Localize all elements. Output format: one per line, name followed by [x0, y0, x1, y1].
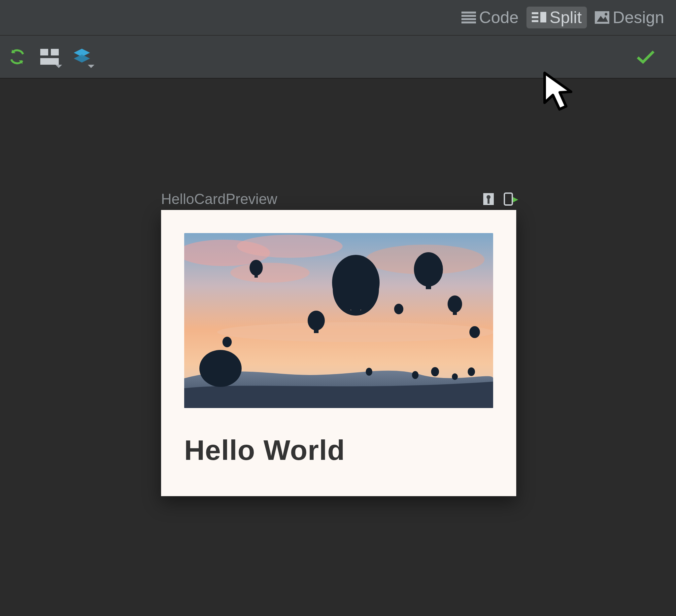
preview-block: HelloCardPreview — [161, 191, 516, 496]
svg-rect-29 — [351, 308, 360, 314]
hamburger-lines-icon — [461, 11, 476, 24]
svg-point-43 — [200, 350, 242, 387]
svg-marker-15 — [74, 54, 90, 63]
chevron-down-icon — [88, 65, 95, 68]
svg-point-10 — [605, 13, 607, 15]
svg-point-32 — [414, 252, 443, 287]
image-mountain-icon — [595, 11, 609, 24]
svg-rect-13 — [40, 58, 59, 65]
preview-card[interactable]: Hello World — [161, 210, 516, 496]
preview-header: HelloCardPreview — [161, 191, 516, 207]
svg-point-39 — [448, 295, 462, 313]
tab-split[interactable]: Split — [526, 7, 587, 29]
svg-point-46 — [431, 367, 439, 376]
layout-panels-icon[interactable] — [40, 48, 59, 66]
svg-rect-37 — [314, 330, 319, 333]
tab-code-label: Code — [479, 9, 519, 26]
tab-design-label: Design — [613, 9, 664, 26]
preview-title: HelloCardPreview — [161, 191, 482, 207]
svg-point-48 — [468, 368, 475, 376]
svg-rect-20 — [504, 193, 512, 205]
check-icon[interactable] — [636, 48, 655, 66]
svg-point-41 — [469, 326, 480, 338]
svg-rect-19 — [488, 199, 490, 204]
svg-rect-40 — [453, 312, 457, 315]
svg-point-38 — [394, 304, 403, 314]
svg-point-28 — [332, 255, 380, 310]
svg-point-45 — [412, 371, 418, 379]
svg-rect-11 — [40, 49, 48, 55]
svg-rect-7 — [540, 12, 546, 22]
svg-point-24 — [237, 235, 343, 258]
svg-point-25 — [230, 263, 309, 283]
svg-point-34 — [249, 260, 263, 276]
card-image — [184, 233, 493, 408]
split-pane-icon — [532, 11, 546, 24]
svg-point-42 — [222, 337, 232, 347]
svg-point-27 — [217, 322, 493, 342]
svg-rect-35 — [255, 275, 258, 278]
tab-split-label: Split — [550, 9, 581, 26]
stack-icon[interactable] — [73, 48, 91, 66]
svg-point-36 — [307, 311, 325, 330]
view-mode-tab-bar: Code Split Design — [0, 0, 676, 36]
svg-point-47 — [452, 373, 458, 380]
deploy-preview-icon[interactable] — [503, 192, 516, 206]
tab-code[interactable]: Code — [456, 7, 524, 29]
chevron-down-icon — [55, 65, 62, 68]
interactive-mode-icon[interactable] — [482, 192, 495, 206]
tab-design[interactable]: Design — [589, 7, 669, 29]
svg-point-44 — [366, 368, 372, 376]
design-surface[interactable]: HelloCardPreview — [0, 78, 676, 616]
svg-rect-12 — [51, 49, 59, 55]
refresh-icon[interactable] — [8, 48, 26, 66]
svg-rect-33 — [426, 285, 431, 289]
card-title: Hello World — [184, 434, 493, 466]
svg-marker-21 — [513, 197, 518, 202]
preview-toolbar — [0, 36, 676, 78]
